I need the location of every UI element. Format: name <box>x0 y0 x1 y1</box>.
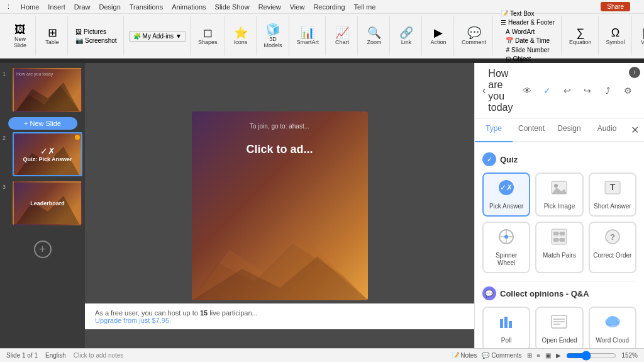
undo-button[interactable]: ↩ <box>558 82 576 99</box>
view-menu[interactable]: View <box>290 3 305 11</box>
design-menu[interactable]: Design <box>99 3 121 11</box>
svg-rect-20 <box>560 232 565 235</box>
datetime-button[interactable]: 📅 Date & Time <box>503 37 552 45</box>
slide-preview-3: Leaderboard <box>13 181 82 225</box>
spinner-wheel-card[interactable]: Spinner Wheel <box>482 222 530 273</box>
quiz-section-header: ✓ Quiz <box>482 152 636 166</box>
upgrade-link[interactable]: Upgrade from just $7.95. <box>95 317 171 324</box>
zoom-slider[interactable] <box>566 351 616 361</box>
click-to-add-text: Click to ad... <box>246 143 313 156</box>
share-panel-button[interactable]: ⤴ <box>599 82 616 99</box>
screenshot-button[interactable]: 📷 Screenshot <box>73 37 119 45</box>
chart-button[interactable]: 📈 Chart <box>331 26 353 47</box>
comment-button[interactable]: 💬 Comment <box>459 26 489 47</box>
pick-answer-card[interactable]: ✓✗ Pick Answer <box>482 173 530 217</box>
join-text: To join, go to: ahast... <box>250 123 309 130</box>
tab-audio[interactable]: Audio <box>588 119 626 142</box>
object-button[interactable]: ⊡ Object <box>503 55 552 63</box>
view-outline[interactable]: ≡ <box>537 352 541 359</box>
pick-image-card[interactable]: Pick Image <box>535 173 583 217</box>
recording-menu[interactable]: Recording <box>313 3 345 11</box>
shapes-button[interactable]: ◻ Shapes <box>196 26 220 47</box>
icons-button[interactable]: ⭐ Icons <box>230 26 252 47</box>
draw-menu[interactable]: Draw <box>74 3 91 11</box>
link-button[interactable]: 🔗 Link <box>395 26 418 47</box>
shapes-group: ◻ Shapes <box>192 16 225 55</box>
video-button[interactable]: 🎬 Video <box>637 26 644 47</box>
back-button[interactable]: ‹ <box>482 85 486 96</box>
slide-preview-2: ✓✗ Quiz: Pick Answer <box>13 132 82 176</box>
insert-menu[interactable]: Insert <box>48 3 65 11</box>
3d-models-button[interactable]: 🧊 3D Models <box>262 23 285 50</box>
video-icon: 🎬 <box>641 27 644 38</box>
word-cloud-card[interactable]: Word Cloud <box>589 307 636 348</box>
symbol-button[interactable]: Ω Symbol <box>604 26 628 47</box>
transitions-menu[interactable]: Transitions <box>130 3 163 11</box>
pictures-button[interactable]: 🖼 Pictures <box>73 28 119 36</box>
slide-num-3: 3 <box>3 181 10 190</box>
new-slide-button[interactable]: 🖼 New Slide <box>9 23 31 50</box>
panel-title-bar: ‹ How are you today 👁 ✓ ↩ ↪ ⤴ ⚙ i <box>475 63 644 119</box>
equation-button[interactable]: ∑ Equation <box>567 26 594 47</box>
slide-info: Slide 1 of 1 <box>6 352 38 359</box>
share-button[interactable]: Share <box>601 2 630 11</box>
header-footer-button[interactable]: ☰ Header & Footer <box>498 18 557 26</box>
open-ended-card[interactable]: Open Ended <box>535 307 583 348</box>
view-reading[interactable]: ▣ <box>545 352 551 359</box>
table-button[interactable]: ⊞ Table <box>41 26 64 47</box>
check-button[interactable]: ✓ <box>538 82 556 99</box>
symbol-icon: Ω <box>611 27 619 38</box>
3d-models-group: 🧊 3D Models <box>258 16 289 55</box>
notes-button[interactable]: 📝 Notes <box>452 352 477 359</box>
wordart-button[interactable]: A WordArt <box>503 28 552 36</box>
tab-design[interactable]: Design <box>550 119 588 142</box>
tab-type[interactable]: Type <box>475 119 513 142</box>
tellme-menu[interactable]: Tell me <box>354 3 376 11</box>
slide-thumb-2[interactable]: 2 ✓✗ Quiz: Pick Answer <box>3 132 82 176</box>
home-menu[interactable]: Home <box>21 3 39 11</box>
svg-rect-22 <box>560 238 565 242</box>
settings-button[interactable]: ⚙ <box>619 82 636 99</box>
opinions-section-icon: 💬 <box>482 286 496 300</box>
eye-button[interactable]: 👁 <box>518 82 536 99</box>
equation-group: ∑ Equation <box>563 16 599 55</box>
free-user-banner: As a free user, you can host up to 15 li… <box>85 303 474 329</box>
info-badge: i <box>629 67 640 78</box>
slide-thumb-1[interactable]: 1 How are you today <box>3 68 82 112</box>
slide-number-button[interactable]: # Slide Number <box>503 46 552 54</box>
short-answer-card[interactable]: T Short Answer <box>589 173 636 217</box>
slideshow-menu[interactable]: Slide Show <box>215 3 250 11</box>
link-icon: 🔗 <box>399 27 413 38</box>
slide-label-2: Quiz: Pick Answer <box>23 156 72 162</box>
correct-order-icon: ? <box>604 228 621 249</box>
redo-button[interactable]: ↪ <box>579 82 596 99</box>
view-slideshow[interactable]: ▶ <box>556 352 561 359</box>
file-menu[interactable]: ⋮ <box>5 3 12 11</box>
animations-menu[interactable]: Animations <box>172 3 206 11</box>
add-slide-button[interactable]: + New Slide <box>8 117 77 130</box>
zoom-button[interactable]: 🔍 Zoom <box>363 26 386 47</box>
equation-icon: ∑ <box>576 27 584 38</box>
notification-dot <box>75 135 80 140</box>
my-addins-button[interactable]: 🧩 My Add-ins ▼ <box>129 31 186 42</box>
textbox-button[interactable]: 📝 Text Box <box>498 9 557 18</box>
svg-point-10 <box>554 184 558 188</box>
match-pairs-card[interactable]: Match Pairs <box>535 222 583 273</box>
comments-button[interactable]: 💬 Comments <box>482 352 521 359</box>
view-normal[interactable]: ⊞ <box>527 352 532 359</box>
icons-group: ⭐ Icons <box>226 16 257 55</box>
svg-point-37 <box>607 316 618 325</box>
opinions-section-header: 💬 Collect opinions - Q&A <box>482 286 636 300</box>
slide-thumb-3[interactable]: 3 Leaderboard <box>3 181 82 225</box>
tab-content[interactable]: Content <box>513 119 550 142</box>
action-button[interactable]: ▶ Action <box>427 26 450 47</box>
quiz-section-title: Quiz <box>500 155 518 164</box>
smartart-button[interactable]: 📊 SmartArt <box>294 26 322 47</box>
review-menu[interactable]: Review <box>258 3 281 11</box>
poll-card[interactable]: Poll <box>482 307 530 348</box>
close-panel-button[interactable]: ✕ <box>626 119 644 141</box>
opinions-section-title: Collect opinions - Q&A <box>500 289 589 298</box>
slide-num-2: 2 <box>3 132 10 141</box>
add-circle-button[interactable]: + <box>34 240 52 258</box>
correct-order-card[interactable]: ? Correct Order <box>589 222 636 273</box>
